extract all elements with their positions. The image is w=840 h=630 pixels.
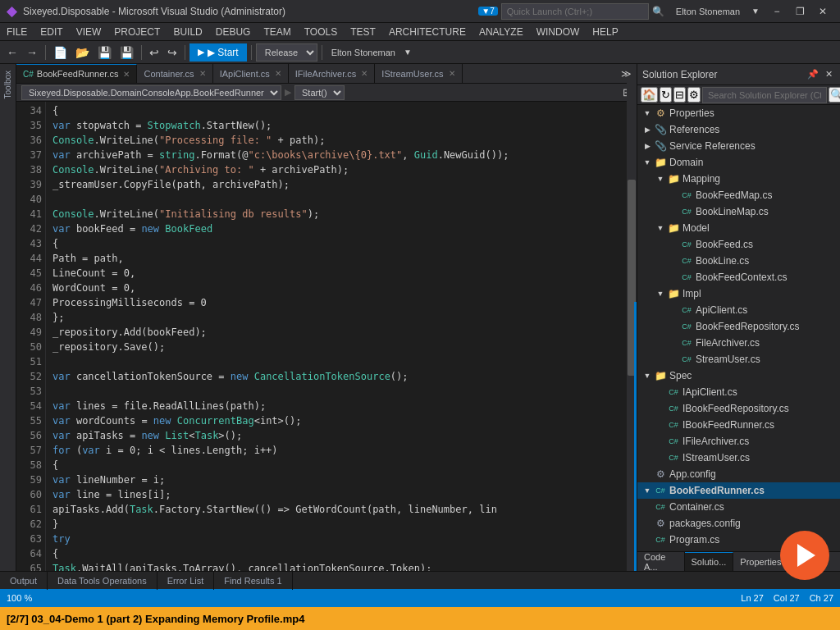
tab-close-bookfeedrunner[interactable]: ✕ — [123, 70, 130, 79]
save-all-button[interactable]: 💾 — [116, 43, 137, 62]
tab-ifilearchiver[interactable]: IFileArchiver.cs ✕ — [289, 64, 376, 83]
tree-item-node-ifilearchiver[interactable]: C#IFileArchiver.cs — [637, 433, 840, 450]
code-line-55[interactable]: var wordCounts = new ConcurrentBag<int>(… — [52, 413, 630, 428]
code-line-58[interactable]: { — [52, 458, 630, 472]
tab-close-ifilearchiver[interactable]: ✕ — [361, 69, 368, 78]
menu-item-file[interactable]: FILE — [0, 23, 34, 41]
se-refresh-button[interactable]: ↻ — [660, 87, 672, 103]
search-icon[interactable]: 🔍 — [652, 6, 664, 17]
menu-item-help[interactable]: HELP — [586, 23, 624, 41]
tree-item-node-properties[interactable]: ⚙Properties — [637, 105, 840, 121]
solution-tab[interactable]: Solutio... — [685, 552, 734, 571]
start-button[interactable]: ▶ ▶ Start — [189, 43, 247, 62]
tree-item-node-domain[interactable]: 📁Domain — [637, 154, 840, 171]
undo-button[interactable]: ↩ — [146, 43, 162, 62]
forward-button[interactable]: → — [23, 43, 41, 62]
code-line-57[interactable]: for (var i = 0; i < lines.Length; i++) — [52, 443, 630, 458]
code-line-52[interactable]: var cancellationTokenSource = new Cancel… — [52, 369, 630, 384]
code-line-42[interactable]: var bookFeed = new BookFeed — [52, 221, 630, 236]
code-line-53[interactable] — [52, 384, 630, 399]
code-line-47[interactable]: ProcessingMilliseconds = 0 — [52, 295, 630, 310]
redo-button[interactable]: ↪ — [164, 43, 180, 62]
se-pin-button[interactable]: 📌 — [805, 68, 821, 80]
namespace-selector[interactable]: Sixeyed.Disposable.DomainConsoleApp.Book… — [21, 85, 281, 100]
new-project-button[interactable]: 📄 — [50, 43, 71, 62]
open-button[interactable]: 📂 — [72, 43, 93, 62]
tree-item-node-service-refs[interactable]: 📎Service References — [637, 138, 840, 154]
code-line-65[interactable]: Task.WaitAll(apiTasks.ToArray(), cancell… — [52, 561, 630, 571]
code-line-54[interactable]: var lines = file.ReadAllLines(path); — [52, 399, 630, 413]
tree-arrow-node-domain[interactable] — [641, 156, 654, 169]
tree-item-node-appconfig[interactable]: ⚙App.config — [637, 466, 840, 482]
code-line-62[interactable]: } — [52, 517, 630, 532]
code-line-35[interactable]: var stopwatch = Stopwatch.StartNew(); — [52, 118, 630, 133]
bottom-tab-find-results-1[interactable]: Find Results 1 — [214, 572, 292, 590]
bottom-tab-error-list[interactable]: Error List — [158, 572, 215, 590]
menu-item-architecture[interactable]: ARCHITECTURE — [382, 23, 472, 41]
maximize-button[interactable]: ❐ — [789, 3, 810, 20]
tab-iapiclient[interactable]: IApiClient.cs ✕ — [213, 64, 289, 83]
tab-overflow-button[interactable]: ≫ — [616, 64, 637, 83]
quick-launch-input[interactable] — [501, 3, 649, 20]
code-line-51[interactable] — [52, 354, 630, 369]
code-line-60[interactable]: var line = lines[i]; — [52, 487, 630, 502]
se-search-input[interactable] — [702, 87, 827, 103]
code-line-63[interactable]: try — [52, 532, 630, 546]
code-line-37[interactable]: var archivePath = string.Format(@"c:\boo… — [52, 148, 630, 162]
tree-item-node-bookfeedrepo[interactable]: C#BookFeedRepository.cs — [637, 318, 840, 335]
tree-arrow-node-spec[interactable] — [641, 369, 654, 382]
menu-item-debug[interactable]: DEBUG — [209, 23, 258, 41]
code-line-36[interactable]: Console.WriteLine("Processing file: " + … — [52, 133, 630, 148]
tree-arrow-node-references[interactable] — [641, 123, 654, 136]
tab-container[interactable]: Container.cs ✕ — [137, 64, 212, 83]
tree-arrow-node-mapping[interactable] — [654, 172, 667, 185]
tab-istreamuser[interactable]: IStreamUser.cs ✕ — [375, 64, 462, 83]
tree-arrow-node-impl[interactable] — [654, 287, 667, 300]
tree-item-node-mapping[interactable]: 📁Mapping — [637, 171, 840, 187]
code-line-46[interactable]: WordCount = 0, — [52, 281, 630, 295]
se-home-button[interactable]: 🏠 — [641, 87, 658, 103]
tree-item-node-ibookfeedrunner[interactable]: C#IBookFeedRunner.cs — [637, 417, 840, 433]
code-line-45[interactable]: LineCount = 0, — [52, 266, 630, 281]
code-line-34[interactable]: { — [52, 103, 630, 118]
code-line-40[interactable] — [52, 192, 630, 207]
code-line-41[interactable]: Console.WriteLine("Initialising db resul… — [52, 207, 630, 221]
tree-item-node-iapiclient[interactable]: C#IApiClient.cs — [637, 384, 840, 400]
tree-item-node-model[interactable]: 📁Model — [637, 220, 840, 236]
menu-item-test[interactable]: TEST — [344, 23, 382, 41]
tree-arrow-node-bookfeedrunner-root[interactable] — [641, 484, 654, 497]
code-line-44[interactable]: Path = path, — [52, 251, 630, 266]
tree-item-node-filearchiver[interactable]: C#FileArchiver.cs — [637, 335, 840, 351]
code-line-56[interactable]: var apiTasks = new List<Task>(); — [52, 428, 630, 443]
tree-item-node-streamuser[interactable]: C#StreamUser.cs — [637, 351, 840, 368]
tree-item-node-bookfeed[interactable]: C#BookFeed.cs — [637, 236, 840, 253]
code-line-59[interactable]: var lineNumber = i; — [52, 472, 630, 487]
tree-arrow-node-service-refs[interactable] — [641, 139, 654, 153]
menu-item-project[interactable]: PROJECT — [107, 23, 167, 41]
save-button[interactable]: 💾 — [94, 43, 115, 62]
se-close-button[interactable]: ✕ — [823, 68, 835, 80]
tree-item-node-bookfeedcontext[interactable]: C#BookFeedContext.cs — [637, 269, 840, 285]
configuration-dropdown[interactable]: Release — [256, 43, 317, 62]
method-selector[interactable]: Start() — [294, 85, 345, 100]
bottom-tab-output[interactable]: Output — [0, 572, 48, 590]
menu-item-team[interactable]: TEAM — [257, 23, 297, 41]
menu-item-view[interactable]: VIEW — [70, 23, 108, 41]
code-line-61[interactable]: apiTasks.Add(Task.Factory.StartNew(() =>… — [52, 502, 630, 517]
tree-item-node-istreamuser[interactable]: C#IStreamUser.cs — [637, 450, 840, 466]
code-line-64[interactable]: { — [52, 546, 630, 561]
code-line-50[interactable]: _repository.Save(); — [52, 340, 630, 354]
code-line-39[interactable]: _streamUser.CopyFile(path, archivePath); — [52, 177, 630, 192]
code-line-49[interactable]: _repository.Add(bookFeed); — [52, 325, 630, 340]
se-collapse-button[interactable]: ⊟ — [673, 87, 686, 103]
minimize-button[interactable]: − — [766, 3, 788, 20]
close-button[interactable]: ✕ — [812, 3, 833, 20]
tree-item-node-booklinemap[interactable]: C#BookLineMap.cs — [637, 203, 840, 220]
se-search-button[interactable]: 🔍 — [829, 87, 840, 103]
tree-item-node-apiclient[interactable]: C#ApiClient.cs — [637, 302, 840, 318]
tree-arrow-node-properties[interactable] — [641, 107, 654, 120]
tree-item-node-bookfeedrunner-root[interactable]: C#BookFeedRunner.cs — [637, 482, 840, 499]
menu-item-tools[interactable]: TOOLS — [298, 23, 344, 41]
tab-close-container[interactable]: ✕ — [199, 69, 206, 78]
se-settings-button[interactable]: ⚙ — [687, 87, 701, 103]
